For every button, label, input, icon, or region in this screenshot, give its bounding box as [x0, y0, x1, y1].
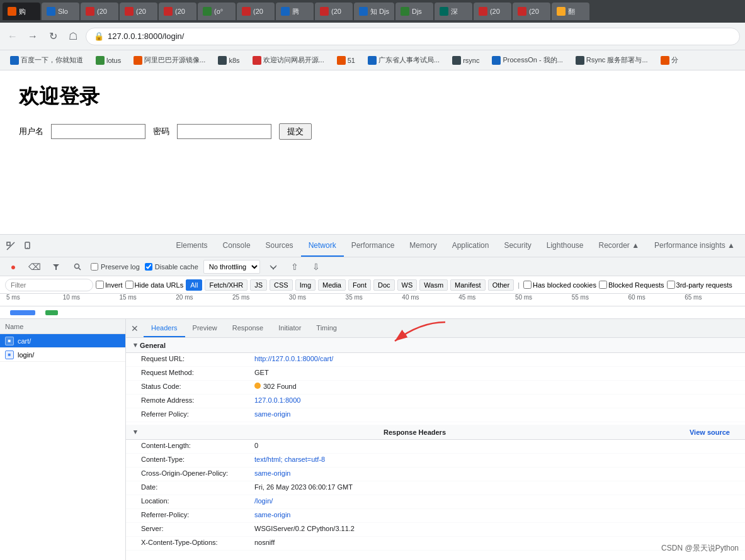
forward-button[interactable]: →: [25, 29, 40, 44]
tab-console[interactable]: Console: [215, 235, 258, 257]
request-item-login[interactable]: ■ login/: [0, 348, 125, 362]
bookmark-item[interactable]: 百度一下，你就知道: [5, 53, 88, 67]
tab[interactable]: 知 Djs: [354, 3, 394, 20]
bookmark-item[interactable]: 51: [332, 54, 360, 67]
third-party-checkbox[interactable]: 3rd-party requests: [667, 281, 732, 289]
detail-tab-response[interactable]: Response: [225, 319, 271, 337]
hide-data-urls-checkbox[interactable]: Hide data URLs: [125, 281, 184, 289]
tab[interactable]: Djs: [395, 3, 433, 20]
filter-all-button[interactable]: All: [186, 279, 202, 291]
inspect-element-button[interactable]: [3, 238, 19, 254]
tab-elements[interactable]: Elements: [169, 235, 215, 257]
tab[interactable]: Slo: [42, 3, 79, 20]
close-details-button[interactable]: ✕: [128, 322, 141, 335]
filter-ws-button[interactable]: WS: [397, 279, 418, 291]
filter-media-button[interactable]: Media: [318, 279, 346, 291]
download-button[interactable]: ⇩: [308, 259, 324, 275]
filter-input[interactable]: [5, 279, 93, 291]
tab[interactable]: (20: [159, 3, 196, 20]
detail-tab-headers[interactable]: Headers: [144, 319, 185, 337]
invert-checkbox[interactable]: Invert: [96, 281, 123, 289]
disable-cache-input[interactable]: [145, 263, 152, 271]
tab-favicon: [125, 7, 134, 16]
tab-performance[interactable]: Performance: [344, 235, 402, 257]
tab-sources[interactable]: Sources: [258, 235, 301, 257]
bookmark-item[interactable]: 阿里巴巴开源镜像...: [128, 53, 210, 67]
tab[interactable]: (20: [474, 3, 511, 20]
tab-performance-insights[interactable]: Performance insights ▲: [647, 235, 742, 257]
tab[interactable]: (o°: [198, 3, 236, 20]
reload-button[interactable]: ↻: [45, 29, 60, 44]
invert-input[interactable]: [96, 281, 104, 289]
home-button[interactable]: ☖: [65, 29, 81, 44]
devtools: Elements Console Sources Network Perform…: [0, 234, 745, 560]
third-party-input[interactable]: [667, 281, 675, 289]
tab[interactable]: 翻: [552, 3, 589, 20]
tab-application[interactable]: Application: [445, 235, 497, 257]
bookmark-item[interactable]: Rsync 服务部署与...: [571, 53, 653, 67]
status-dot: [254, 383, 261, 389]
tab[interactable]: (20: [120, 3, 157, 20]
bookmark-item[interactable]: ProcessOn - 我的...: [487, 53, 567, 67]
tab-memory[interactable]: Memory: [402, 235, 444, 257]
tab[interactable]: 腾: [276, 3, 314, 20]
filter-css-button[interactable]: CSS: [270, 279, 293, 291]
filter-manifest-button[interactable]: Manifest: [450, 279, 486, 291]
tab[interactable]: (20: [315, 3, 353, 20]
filter-js-button[interactable]: JS: [250, 279, 267, 291]
tab[interactable]: 深: [435, 3, 472, 20]
response-headers-section-header[interactable]: Response Headers View source: [126, 425, 745, 440]
bookmark-item[interactable]: rsync: [447, 54, 484, 67]
device-toolbar-button[interactable]: [20, 238, 37, 254]
request-item-cart[interactable]: ■ cart/: [0, 334, 125, 348]
tab-network[interactable]: Network: [301, 235, 344, 257]
tab-lighthouse[interactable]: Lighthouse: [539, 235, 591, 257]
search-button[interactable]: [69, 259, 86, 275]
back-button[interactable]: ←: [5, 29, 20, 44]
view-source-link[interactable]: View source: [690, 428, 730, 436]
detail-tab-initiator[interactable]: Initiator: [271, 319, 309, 337]
address-box[interactable]: 🔒 127.0.0.1:8000/login/: [86, 28, 740, 45]
filter-other-button[interactable]: Other: [488, 279, 515, 291]
upload-button[interactable]: ⇧: [287, 259, 303, 275]
filter-wasm-button[interactable]: Wasm: [419, 279, 448, 291]
filter-font-button[interactable]: Font: [348, 279, 371, 291]
blocked-cookies-label: Has blocked cookies: [533, 281, 596, 289]
preserve-log-input[interactable]: [91, 263, 98, 271]
tab-label: 购: [19, 7, 26, 16]
detail-tab-timing[interactable]: Timing: [309, 319, 344, 337]
bookmark-item[interactable]: 分: [656, 53, 683, 67]
submit-button[interactable]: 提交: [279, 123, 312, 140]
filter-button[interactable]: [48, 259, 64, 275]
blocked-cookies-input[interactable]: [523, 281, 532, 289]
active-tab[interactable]: 购: [3, 3, 40, 20]
bookmark-item[interactable]: lotus: [91, 54, 126, 67]
blocked-requests-input[interactable]: [599, 281, 607, 289]
bookmark-item[interactable]: k8s: [213, 54, 244, 67]
tab-security[interactable]: Security: [496, 235, 538, 257]
wifi-icon-button[interactable]: [265, 259, 282, 275]
password-input[interactable]: [177, 124, 271, 139]
tab-favicon: [203, 7, 212, 16]
tab[interactable]: (20: [513, 3, 550, 20]
filter-doc-button[interactable]: Doc: [373, 279, 395, 291]
detail-tab-preview[interactable]: Preview: [185, 319, 225, 337]
bookmark-item[interactable]: 欢迎访问网易开源...: [247, 53, 329, 67]
blocked-requests-checkbox[interactable]: Blocked Requests: [599, 281, 664, 289]
throttle-select[interactable]: No throttling Slow 3G Fast 3G Offline: [203, 260, 260, 274]
detail-value-xcto: nosniff: [254, 539, 275, 546]
clear-button[interactable]: ⌫: [26, 259, 43, 275]
blocked-cookies-checkbox[interactable]: Has blocked cookies: [523, 281, 596, 289]
username-input[interactable]: [51, 124, 145, 139]
disable-cache-checkbox[interactable]: Disable cache: [145, 263, 198, 271]
bookmark-item[interactable]: 广东省人事考试局...: [363, 53, 445, 67]
filter-img-button[interactable]: Img: [295, 279, 316, 291]
record-button[interactable]: ●: [5, 259, 21, 275]
hide-data-urls-input[interactable]: [125, 281, 134, 289]
tab-recorder[interactable]: Recorder ▲: [591, 235, 647, 257]
bookmark-icon: [452, 56, 461, 65]
tab[interactable]: (20: [81, 3, 118, 20]
preserve-log-checkbox[interactable]: Preserve log: [91, 263, 140, 271]
filter-fetch-button[interactable]: Fetch/XHR: [205, 279, 247, 291]
tab[interactable]: (20: [237, 3, 275, 20]
